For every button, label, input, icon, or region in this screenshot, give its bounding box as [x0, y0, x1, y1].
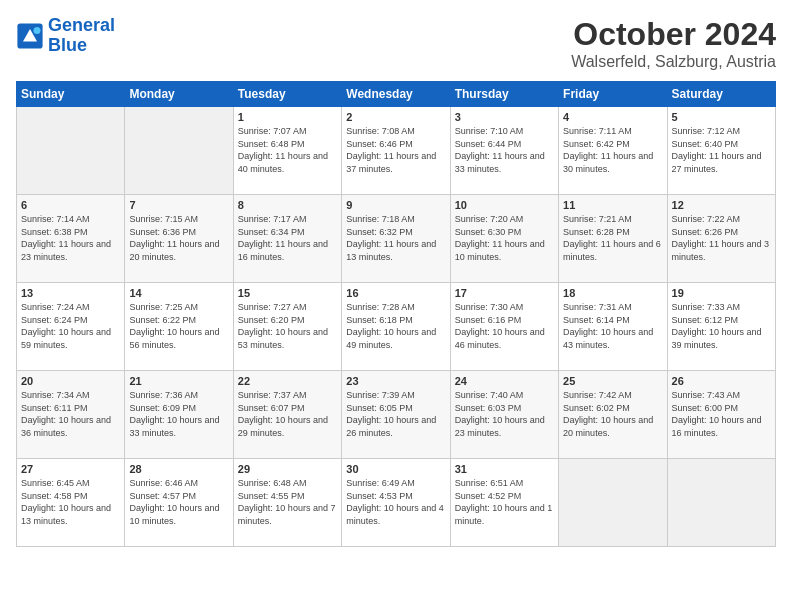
- calendar-table: Sunday Monday Tuesday Wednesday Thursday…: [16, 81, 776, 547]
- day-number: 31: [455, 463, 554, 475]
- calendar-cell: 12Sunrise: 7:22 AMSunset: 6:26 PMDayligh…: [667, 195, 775, 283]
- day-info: Sunrise: 7:20 AMSunset: 6:30 PMDaylight:…: [455, 213, 554, 263]
- calendar-cell: 11Sunrise: 7:21 AMSunset: 6:28 PMDayligh…: [559, 195, 667, 283]
- day-info: Sunrise: 7:36 AMSunset: 6:09 PMDaylight:…: [129, 389, 228, 439]
- page-header: General Blue October 2024 Walserfeld, Sa…: [16, 16, 776, 71]
- calendar-week-5: 27Sunrise: 6:45 AMSunset: 4:58 PMDayligh…: [17, 459, 776, 547]
- calendar-week-1: 1Sunrise: 7:07 AMSunset: 6:48 PMDaylight…: [17, 107, 776, 195]
- day-info: Sunrise: 6:45 AMSunset: 4:58 PMDaylight:…: [21, 477, 120, 527]
- calendar-cell: 30Sunrise: 6:49 AMSunset: 4:53 PMDayligh…: [342, 459, 450, 547]
- day-number: 20: [21, 375, 120, 387]
- day-number: 5: [672, 111, 771, 123]
- day-number: 27: [21, 463, 120, 475]
- calendar-cell: 6Sunrise: 7:14 AMSunset: 6:38 PMDaylight…: [17, 195, 125, 283]
- col-monday: Monday: [125, 82, 233, 107]
- day-info: Sunrise: 7:17 AMSunset: 6:34 PMDaylight:…: [238, 213, 337, 263]
- day-number: 11: [563, 199, 662, 211]
- day-info: Sunrise: 7:37 AMSunset: 6:07 PMDaylight:…: [238, 389, 337, 439]
- col-thursday: Thursday: [450, 82, 558, 107]
- calendar-cell: 7Sunrise: 7:15 AMSunset: 6:36 PMDaylight…: [125, 195, 233, 283]
- calendar-cell: 2Sunrise: 7:08 AMSunset: 6:46 PMDaylight…: [342, 107, 450, 195]
- day-info: Sunrise: 7:08 AMSunset: 6:46 PMDaylight:…: [346, 125, 445, 175]
- calendar-cell: 16Sunrise: 7:28 AMSunset: 6:18 PMDayligh…: [342, 283, 450, 371]
- svg-point-2: [34, 27, 41, 34]
- calendar-cell: [125, 107, 233, 195]
- calendar-cell: [559, 459, 667, 547]
- calendar-cell: 17Sunrise: 7:30 AMSunset: 6:16 PMDayligh…: [450, 283, 558, 371]
- logo-icon: [16, 22, 44, 50]
- day-number: 24: [455, 375, 554, 387]
- calendar-cell: [17, 107, 125, 195]
- day-info: Sunrise: 7:10 AMSunset: 6:44 PMDaylight:…: [455, 125, 554, 175]
- day-info: Sunrise: 7:24 AMSunset: 6:24 PMDaylight:…: [21, 301, 120, 351]
- day-info: Sunrise: 7:34 AMSunset: 6:11 PMDaylight:…: [21, 389, 120, 439]
- day-info: Sunrise: 6:48 AMSunset: 4:55 PMDaylight:…: [238, 477, 337, 527]
- calendar-cell: 14Sunrise: 7:25 AMSunset: 6:22 PMDayligh…: [125, 283, 233, 371]
- day-number: 26: [672, 375, 771, 387]
- day-info: Sunrise: 7:33 AMSunset: 6:12 PMDaylight:…: [672, 301, 771, 351]
- day-info: Sunrise: 6:49 AMSunset: 4:53 PMDaylight:…: [346, 477, 445, 527]
- calendar-cell: 5Sunrise: 7:12 AMSunset: 6:40 PMDaylight…: [667, 107, 775, 195]
- day-number: 9: [346, 199, 445, 211]
- day-number: 28: [129, 463, 228, 475]
- day-number: 29: [238, 463, 337, 475]
- calendar-cell: 18Sunrise: 7:31 AMSunset: 6:14 PMDayligh…: [559, 283, 667, 371]
- day-info: Sunrise: 6:46 AMSunset: 4:57 PMDaylight:…: [129, 477, 228, 527]
- day-number: 2: [346, 111, 445, 123]
- col-tuesday: Tuesday: [233, 82, 341, 107]
- day-number: 30: [346, 463, 445, 475]
- calendar-cell: 21Sunrise: 7:36 AMSunset: 6:09 PMDayligh…: [125, 371, 233, 459]
- day-number: 15: [238, 287, 337, 299]
- calendar-cell: 26Sunrise: 7:43 AMSunset: 6:00 PMDayligh…: [667, 371, 775, 459]
- logo-line2: Blue: [48, 35, 87, 55]
- day-number: 16: [346, 287, 445, 299]
- calendar-cell: 19Sunrise: 7:33 AMSunset: 6:12 PMDayligh…: [667, 283, 775, 371]
- calendar-cell: 15Sunrise: 7:27 AMSunset: 6:20 PMDayligh…: [233, 283, 341, 371]
- day-number: 10: [455, 199, 554, 211]
- calendar-cell: 23Sunrise: 7:39 AMSunset: 6:05 PMDayligh…: [342, 371, 450, 459]
- calendar-cell: 4Sunrise: 7:11 AMSunset: 6:42 PMDaylight…: [559, 107, 667, 195]
- day-number: 7: [129, 199, 228, 211]
- col-sunday: Sunday: [17, 82, 125, 107]
- day-info: Sunrise: 7:28 AMSunset: 6:18 PMDaylight:…: [346, 301, 445, 351]
- day-info: Sunrise: 7:42 AMSunset: 6:02 PMDaylight:…: [563, 389, 662, 439]
- logo-text: General Blue: [48, 16, 115, 56]
- location-title: Walserfeld, Salzburg, Austria: [571, 53, 776, 71]
- day-number: 22: [238, 375, 337, 387]
- col-saturday: Saturday: [667, 82, 775, 107]
- day-info: Sunrise: 7:25 AMSunset: 6:22 PMDaylight:…: [129, 301, 228, 351]
- day-number: 6: [21, 199, 120, 211]
- logo-line1: General: [48, 15, 115, 35]
- calendar-week-3: 13Sunrise: 7:24 AMSunset: 6:24 PMDayligh…: [17, 283, 776, 371]
- calendar-cell: 31Sunrise: 6:51 AMSunset: 4:52 PMDayligh…: [450, 459, 558, 547]
- day-number: 14: [129, 287, 228, 299]
- day-info: Sunrise: 7:18 AMSunset: 6:32 PMDaylight:…: [346, 213, 445, 263]
- day-info: Sunrise: 7:27 AMSunset: 6:20 PMDaylight:…: [238, 301, 337, 351]
- calendar-cell: 13Sunrise: 7:24 AMSunset: 6:24 PMDayligh…: [17, 283, 125, 371]
- day-number: 3: [455, 111, 554, 123]
- day-info: Sunrise: 7:43 AMSunset: 6:00 PMDaylight:…: [672, 389, 771, 439]
- calendar-cell: 24Sunrise: 7:40 AMSunset: 6:03 PMDayligh…: [450, 371, 558, 459]
- day-info: Sunrise: 7:07 AMSunset: 6:48 PMDaylight:…: [238, 125, 337, 175]
- day-info: Sunrise: 7:12 AMSunset: 6:40 PMDaylight:…: [672, 125, 771, 175]
- day-number: 17: [455, 287, 554, 299]
- day-info: Sunrise: 7:22 AMSunset: 6:26 PMDaylight:…: [672, 213, 771, 263]
- day-info: Sunrise: 7:15 AMSunset: 6:36 PMDaylight:…: [129, 213, 228, 263]
- day-number: 12: [672, 199, 771, 211]
- calendar-cell: 8Sunrise: 7:17 AMSunset: 6:34 PMDaylight…: [233, 195, 341, 283]
- calendar-week-2: 6Sunrise: 7:14 AMSunset: 6:38 PMDaylight…: [17, 195, 776, 283]
- day-number: 1: [238, 111, 337, 123]
- header-row: Sunday Monday Tuesday Wednesday Thursday…: [17, 82, 776, 107]
- day-info: Sunrise: 7:14 AMSunset: 6:38 PMDaylight:…: [21, 213, 120, 263]
- logo: General Blue: [16, 16, 115, 56]
- day-info: Sunrise: 7:11 AMSunset: 6:42 PMDaylight:…: [563, 125, 662, 175]
- calendar-cell: 27Sunrise: 6:45 AMSunset: 4:58 PMDayligh…: [17, 459, 125, 547]
- day-number: 4: [563, 111, 662, 123]
- day-number: 19: [672, 287, 771, 299]
- day-info: Sunrise: 7:39 AMSunset: 6:05 PMDaylight:…: [346, 389, 445, 439]
- calendar-cell: [667, 459, 775, 547]
- day-info: Sunrise: 7:31 AMSunset: 6:14 PMDaylight:…: [563, 301, 662, 351]
- day-number: 23: [346, 375, 445, 387]
- day-number: 21: [129, 375, 228, 387]
- day-info: Sunrise: 6:51 AMSunset: 4:52 PMDaylight:…: [455, 477, 554, 527]
